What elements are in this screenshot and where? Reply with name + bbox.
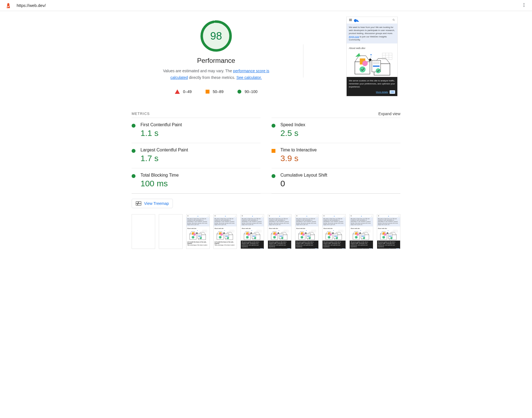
svg-point-9 — [359, 66, 365, 73]
metric-value: 100 ms — [140, 179, 260, 188]
svg-rect-110 — [389, 235, 392, 235]
score-legend: 0–49 50–89 90–100 — [175, 89, 258, 94]
treemap-icon — [136, 202, 141, 205]
filmstrip-frame: ☰▴⌕We want to hear from you! We are look… — [241, 214, 264, 249]
filmstrip-frame: ☰▴⌕We want to hear from you! We are look… — [295, 214, 319, 249]
svg-rect-37 — [226, 234, 228, 234]
svg-point-82 — [328, 236, 331, 239]
legend-pass-icon — [237, 90, 241, 94]
svg-point-34 — [219, 236, 222, 239]
svg-point-52 — [254, 237, 256, 239]
filmstrip-frame — [132, 214, 155, 249]
svg-rect-53 — [250, 232, 252, 234]
svg-point-22 — [191, 236, 194, 239]
svg-rect-109 — [389, 234, 392, 234]
svg-point-31 — [193, 233, 196, 236]
svg-rect-98 — [362, 235, 364, 235]
performance-gauge: 98 — [200, 19, 233, 53]
svg-rect-89 — [332, 232, 334, 234]
gauge-description: Values are estimated and may vary. The p… — [158, 68, 274, 81]
illustration — [347, 51, 397, 77]
legend-fail-icon — [175, 89, 180, 94]
svg-rect-101 — [359, 232, 361, 234]
metric-status-icon — [272, 174, 275, 178]
calculator-link[interactable]: See calculator. — [236, 75, 262, 80]
svg-rect-65 — [278, 232, 279, 234]
svg-rect-39 — [226, 236, 228, 236]
svg-point-54 — [252, 230, 252, 231]
filmstrip-frame: ☰▴⌕We want to hear from you! We are look… — [349, 214, 373, 249]
svg-point-102 — [360, 230, 361, 231]
metric-value: 1.7 s — [140, 154, 260, 163]
metric-name: Cumulative Layout Shift — [280, 173, 400, 178]
svg-rect-41 — [223, 232, 225, 234]
filmstrip: ☰▴⌕We want to hear from you! We are look… — [129, 214, 403, 249]
svg-point-112 — [390, 237, 392, 239]
svg-point-2 — [524, 5, 525, 6]
svg-point-18 — [362, 61, 368, 66]
gauge-score: 98 — [210, 30, 222, 42]
view-treemap-button[interactable]: View Treemap — [132, 199, 173, 208]
svg-point-40 — [227, 237, 229, 239]
svg-rect-111 — [389, 236, 392, 236]
svg-point-114 — [388, 230, 388, 231]
metric-item: Speed Index2.5 s — [272, 118, 400, 143]
more-menu-icon[interactable] — [521, 2, 526, 8]
expand-view-toggle[interactable]: Expand view — [378, 112, 400, 116]
metric-status-icon — [132, 149, 135, 153]
svg-point-28 — [200, 237, 202, 239]
metric-status-icon — [132, 124, 135, 128]
svg-rect-75 — [307, 236, 310, 236]
metric-value: 2.5 s — [280, 128, 400, 138]
webdev-logo-icon: ⬤◣ — [354, 19, 359, 22]
svg-rect-63 — [280, 236, 283, 236]
svg-rect-85 — [334, 234, 337, 234]
svg-rect-49 — [253, 234, 255, 234]
svg-rect-14 — [373, 66, 380, 67]
svg-rect-51 — [253, 236, 255, 236]
svg-point-103 — [357, 233, 359, 236]
metric-item: Cumulative Layout Shift0 — [272, 168, 400, 193]
metric-item: Total Blocking Time100 ms — [132, 168, 260, 193]
metric-status-icon — [132, 174, 135, 178]
metric-status-icon — [272, 124, 275, 128]
svg-rect-26 — [198, 235, 201, 235]
svg-point-90 — [333, 230, 334, 231]
svg-point-17 — [370, 54, 372, 55]
svg-rect-77 — [305, 232, 307, 234]
svg-rect-13 — [373, 63, 380, 64]
svg-point-58 — [273, 236, 276, 239]
metric-status-icon — [272, 149, 275, 153]
svg-point-66 — [279, 230, 279, 231]
svg-rect-0 — [7, 4, 9, 5]
svg-point-55 — [247, 233, 250, 236]
gauge-label: Performance — [197, 57, 235, 64]
svg-rect-99 — [362, 236, 364, 236]
metric-name: Total Blocking Time — [140, 173, 260, 178]
metric-name: Largest Contentful Paint — [140, 148, 260, 153]
svg-point-100 — [363, 237, 365, 239]
metric-value: 0 — [280, 179, 400, 188]
metric-item: First Contentful Paint1.1 s — [132, 118, 260, 143]
metrics-grid: First Contentful Paint1.1 sSpeed Index2.… — [129, 118, 403, 193]
svg-point-3 — [524, 6, 525, 7]
svg-point-67 — [275, 233, 277, 236]
svg-rect-12 — [373, 62, 380, 62]
final-screenshot: ⬤◣ We want to hear from you! We are look… — [346, 17, 398, 96]
svg-point-94 — [355, 236, 358, 239]
svg-rect-29 — [196, 232, 198, 234]
svg-point-88 — [336, 237, 338, 239]
metric-value: 1.1 s — [140, 128, 260, 138]
svg-rect-61 — [280, 234, 283, 234]
svg-rect-38 — [226, 235, 228, 235]
svg-point-78 — [306, 230, 306, 231]
filmstrip-frame: ☰▴⌕We want to hear from you! We are look… — [322, 214, 346, 249]
svg-point-64 — [281, 237, 283, 239]
metric-name: First Contentful Paint — [140, 122, 260, 127]
svg-point-91 — [329, 233, 332, 236]
svg-point-43 — [220, 233, 223, 236]
svg-rect-74 — [307, 235, 310, 235]
divider — [303, 44, 303, 78]
filmstrip-frame: ☰▴⌕We want to hear from you! We are look… — [213, 214, 237, 249]
svg-rect-87 — [334, 236, 337, 236]
